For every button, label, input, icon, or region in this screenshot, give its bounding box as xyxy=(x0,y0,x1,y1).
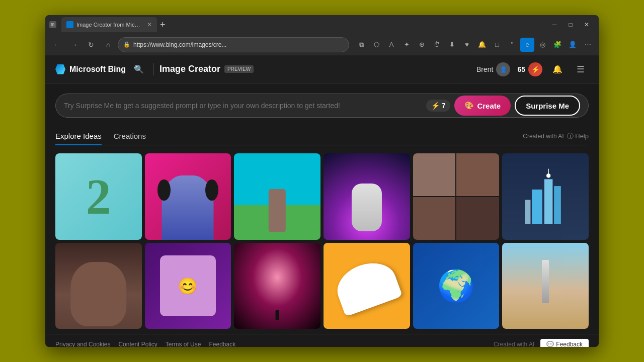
edge-icon[interactable]: e xyxy=(520,38,534,52)
browser-action-1[interactable]: ⊕ xyxy=(415,38,429,52)
create-label: Create xyxy=(477,102,501,110)
footer-right: Created with AI 💬 Feedback xyxy=(494,339,589,347)
create-icon: 🎨 xyxy=(464,101,474,110)
created-with-ai-label: Created with AI xyxy=(523,133,564,140)
tab-creations[interactable]: Creations xyxy=(114,128,146,145)
main-content: ⚡ 7 🎨 Create Surprise Me Explore Ideas C… xyxy=(45,83,599,334)
svg-rect-3 xyxy=(525,200,530,224)
feedback-btn-label: Feedback xyxy=(556,341,583,347)
frida-cell-4 xyxy=(456,197,499,240)
quote-icon[interactable]: " xyxy=(505,38,519,52)
bing-logo[interactable]: Microsoft Bing xyxy=(55,64,126,74)
tab-close-button[interactable]: ✕ xyxy=(147,21,152,28)
help-button[interactable]: ⓘ Help xyxy=(567,132,589,141)
forward-button[interactable]: → xyxy=(66,37,82,52)
grid-item-11[interactable]: 🌍 xyxy=(413,243,500,329)
window-controls: ─ □ ✕ xyxy=(546,17,595,33)
bing-icon xyxy=(55,64,65,74)
sneaker-shape xyxy=(331,255,403,317)
brand-name: Microsoft Bing xyxy=(69,65,126,74)
refresh-button[interactable]: ↻ xyxy=(84,37,99,52)
minimize-button[interactable]: ─ xyxy=(546,17,562,33)
svg-rect-2 xyxy=(554,186,561,224)
notifications-icon[interactable]: 🔔 xyxy=(475,38,489,52)
monitor-shape: 😊 xyxy=(160,255,216,316)
back-button[interactable]: ← xyxy=(49,37,64,52)
notifications-bell[interactable]: 🔔 xyxy=(549,61,566,77)
close-button[interactable]: ✕ xyxy=(579,17,595,33)
svg-rect-0 xyxy=(532,190,542,224)
tab-right: Created with AI ⓘ Help xyxy=(523,132,589,141)
surprise-label: Surprise Me xyxy=(526,102,569,110)
coins-display: 65 ⚡ xyxy=(517,62,542,76)
search-button[interactable]: 🔍 xyxy=(131,61,147,77)
browser-window: ⊞ Image Creator from Microsoft Bi... ✕ +… xyxy=(45,15,599,347)
tab-favicon xyxy=(66,21,73,28)
grid-item-1[interactable]: 2 xyxy=(55,153,142,240)
grid-item-9[interactable] xyxy=(234,243,320,329)
profile-icon[interactable]: 👤 xyxy=(566,38,580,52)
page-footer: Privacy and Cookies Content Policy Terms… xyxy=(45,334,599,347)
prompt-bar: ⚡ 7 🎨 Create Surprise Me xyxy=(55,94,589,118)
frida-cell-1 xyxy=(413,153,456,196)
maximize-button[interactable]: □ xyxy=(562,17,579,33)
new-tab-button[interactable]: + xyxy=(157,20,169,30)
grid-item-3[interactable] xyxy=(234,153,320,240)
earth-heart: 🌍 xyxy=(437,268,475,304)
coins-count: 65 xyxy=(517,65,525,73)
content-policy-link[interactable]: Content Policy xyxy=(118,341,157,347)
pug-face xyxy=(70,262,127,327)
boost-indicator: ⚡ 7 xyxy=(426,100,451,112)
feedback-link[interactable]: Feedback xyxy=(209,341,235,347)
footer-created-with-ai: Created with AI xyxy=(494,341,534,347)
avatar: 👤 xyxy=(496,62,510,76)
grid-item-5[interactable] xyxy=(413,153,500,240)
page-content: Microsoft Bing 🔍 Image Creator PREVIEW B… xyxy=(45,55,599,347)
url-text: https://www.bing.com/images/cre... xyxy=(133,41,344,48)
preview-badge: PREVIEW xyxy=(224,65,254,73)
games-icon[interactable]: ◎ xyxy=(535,38,549,52)
prompt-input[interactable] xyxy=(64,102,426,110)
grid-item-8[interactable]: 😊 xyxy=(145,243,231,329)
person-body xyxy=(269,189,286,232)
home-button[interactable]: ⌂ xyxy=(101,37,116,52)
address-bar[interactable]: 🔒 https://www.bing.com/images/cre... xyxy=(118,37,349,52)
page-title: Image Creator xyxy=(159,64,220,74)
grid-item-7[interactable] xyxy=(55,243,142,329)
svg-rect-1 xyxy=(544,179,552,224)
hamburger-menu[interactable]: ☰ xyxy=(573,61,589,77)
browser-extensions-icon[interactable]: 🧩 xyxy=(550,38,565,52)
headphone-right xyxy=(205,179,218,201)
wallet-icon[interactable]: □ xyxy=(490,38,504,52)
tab-bar: Image Creator from Microsoft Bi... ✕ + xyxy=(61,15,544,34)
browser-essentials-icon[interactable]: ⬡ xyxy=(369,38,383,52)
collections-icon[interactable]: ♥ xyxy=(460,38,474,52)
header-divider xyxy=(153,63,153,75)
create-button[interactable]: 🎨 Create xyxy=(454,96,511,116)
feedback-icon: 💬 xyxy=(546,341,554,347)
grid-item-2[interactable] xyxy=(145,153,231,240)
add-to-favorites-icon[interactable]: ✦ xyxy=(399,38,414,52)
download-icon[interactable]: ⬇ xyxy=(445,38,459,52)
grid-item-6[interactable] xyxy=(502,153,589,240)
read-aloud-icon[interactable]: A xyxy=(384,38,398,52)
surprise-button[interactable]: Surprise Me xyxy=(515,96,580,116)
grid-item-10[interactable] xyxy=(324,243,410,329)
grid-item-12[interactable] xyxy=(502,243,589,329)
frida-cell-2 xyxy=(456,153,499,196)
active-tab[interactable]: Image Creator from Microsoft Bi... ✕ xyxy=(61,17,157,32)
feedback-button[interactable]: 💬 Feedback xyxy=(540,339,589,347)
title-bar: ⊞ Image Creator from Microsoft Bi... ✕ +… xyxy=(45,15,599,34)
settings-more-icon[interactable]: ⋯ xyxy=(581,38,595,52)
tab-explore-ideas[interactable]: Explore Ideas xyxy=(55,128,102,145)
user-info[interactable]: Brent 👤 xyxy=(476,62,510,76)
number-two: 2 xyxy=(86,171,111,222)
split-screen-icon[interactable]: ⧉ xyxy=(354,38,368,52)
history-icon[interactable]: ⏱ xyxy=(430,38,444,52)
privacy-link[interactable]: Privacy and Cookies xyxy=(55,341,110,347)
app-header: Microsoft Bing 🔍 Image Creator PREVIEW B… xyxy=(45,55,599,83)
user-name: Brent xyxy=(476,65,493,73)
terms-link[interactable]: Terms of Use xyxy=(166,341,201,347)
grid-item-4[interactable] xyxy=(324,153,410,240)
footer-links: Privacy and Cookies Content Policy Terms… xyxy=(55,341,235,347)
